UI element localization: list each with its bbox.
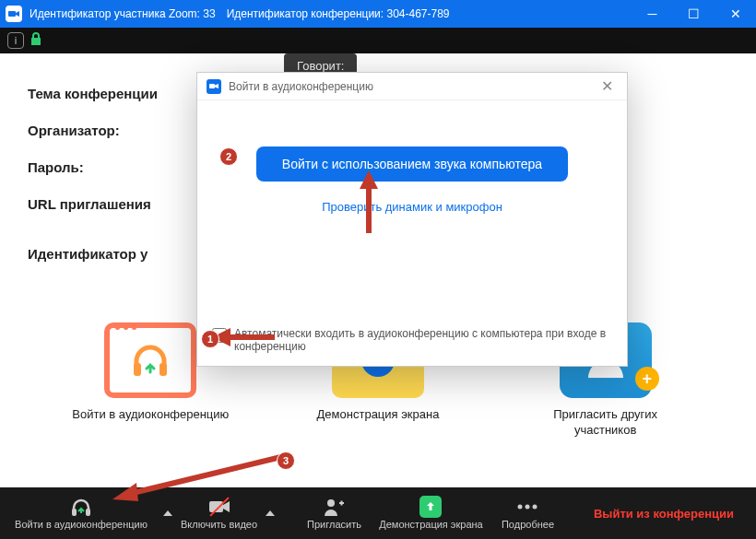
share-screen-button[interactable]: Демонстрация экрана	[371, 487, 490, 539]
invite-label: Пригласить	[307, 519, 361, 530]
info-icon[interactable]: i	[7, 32, 24, 49]
audio-dialog: Войти в аудиоконференцию ✕ Войти с испол…	[196, 72, 628, 367]
info-bar: i	[0, 28, 756, 53]
annotation-badge-1: 1	[201, 330, 219, 348]
svg-rect-1	[134, 363, 141, 376]
svg-rect-2	[159, 363, 167, 376]
lock-icon	[30, 31, 42, 50]
video-off-icon	[208, 497, 230, 517]
close-button[interactable]: ✕	[715, 0, 756, 28]
test-speaker-mic-link[interactable]: Проверить динамик и микрофон	[225, 200, 599, 214]
invite-icon	[323, 497, 345, 517]
meeting-info: Тема конференции Организатор: Пароль: UR…	[28, 77, 158, 275]
invite-tile-label: Пригласить других участников	[527, 407, 684, 439]
plus-icon: +	[635, 367, 659, 391]
svg-rect-6	[209, 501, 223, 512]
more-button[interactable]: Подробнее	[490, 487, 564, 539]
annotation-badge-2: 2	[219, 147, 238, 166]
video-chevron-button[interactable]	[257, 487, 283, 539]
minimize-button[interactable]: ─	[632, 0, 673, 28]
conference-id-text: Идентификатор конференции: 304-467-789	[227, 7, 450, 20]
join-with-computer-audio-button[interactable]: Войти с использованием звука компьютера	[256, 146, 568, 182]
join-audio-label: Войти в аудиоконференцию	[15, 519, 148, 530]
dialog-title: Войти в аудиоконференцию	[229, 80, 373, 93]
leave-button[interactable]: Выйти из конференции	[579, 507, 749, 521]
svg-point-9	[526, 505, 530, 510]
svg-rect-4	[72, 509, 77, 516]
video-label: Включить видео	[181, 519, 257, 530]
bottom-toolbar: Войти в аудиоконференцию Включить видео …	[0, 487, 756, 539]
auto-join-label: Автоматически входить в аудиоконференцию…	[234, 327, 612, 353]
svg-point-8	[518, 505, 523, 510]
svg-rect-0	[8, 11, 16, 17]
participant-id-text: Идентификатор участника Zoom: 33	[30, 7, 216, 20]
invite-button[interactable]: Пригласить	[297, 487, 371, 539]
zoom-small-icon	[207, 79, 221, 94]
url-label: URL приглашения	[28, 188, 158, 221]
dialog-header: Войти в аудиоконференцию ✕	[197, 73, 627, 100]
join-audio-tile-label: Войти в аудиоконференцию	[72, 407, 229, 423]
svg-point-10	[533, 505, 537, 510]
maximize-button[interactable]: ☐	[673, 0, 715, 28]
titlebar: Идентификатор участника Zoom: 33 Идентиф…	[0, 0, 756, 28]
more-label: Подробнее	[502, 519, 554, 530]
share-label: Демонстрация экрана	[379, 519, 482, 530]
share-screen-tile-label: Демонстрация экрана	[300, 407, 456, 423]
zoom-app-icon	[6, 6, 22, 22]
audio-chevron-button[interactable]	[155, 487, 181, 539]
video-button[interactable]: Включить видео	[181, 487, 257, 539]
participant-id-label: Идентификатор у	[28, 238, 158, 271]
svg-rect-5	[86, 509, 90, 516]
headphones-icon	[70, 497, 92, 517]
annotation-badge-3: 3	[277, 451, 295, 470]
host-label: Организатор:	[28, 114, 158, 147]
more-icon	[517, 497, 537, 517]
dialog-close-button[interactable]: ✕	[596, 77, 618, 95]
share-icon	[419, 496, 442, 518]
window-controls: ─ ☐ ✕	[632, 0, 756, 28]
join-audio-button[interactable]: Войти в аудиоконференцию	[7, 487, 155, 539]
topic-label: Тема конференции	[28, 77, 158, 111]
password-label: Пароль:	[28, 151, 158, 184]
svg-rect-11	[209, 84, 215, 88]
svg-point-7	[327, 499, 335, 507]
